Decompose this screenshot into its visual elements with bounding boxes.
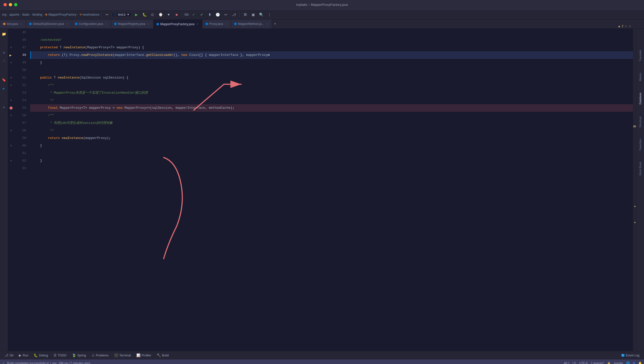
tab-mapperregistry[interactable]: MapperRegistry.java × bbox=[111, 20, 153, 28]
sidebar-translate[interactable]: Translate bbox=[639, 49, 642, 62]
sidebar-structure[interactable]: Structure bbox=[639, 115, 642, 129]
fold-52[interactable]: ▼ bbox=[10, 84, 12, 87]
sidebar-commit-icon[interactable]: ⊙ bbox=[1, 49, 7, 56]
collapse-btn[interactable]: ∧ bbox=[624, 24, 627, 28]
search-btn[interactable]: 🔍 bbox=[258, 11, 265, 18]
close-button[interactable] bbox=[4, 3, 7, 6]
git-tool-btn[interactable]: ⎇ Git bbox=[2, 352, 16, 358]
coverage-button[interactable]: ⊙ bbox=[149, 11, 156, 18]
gutter-51: ▼ bbox=[8, 74, 14, 82]
code-line-52: /** bbox=[30, 82, 633, 89]
minimize-button[interactable] bbox=[9, 3, 12, 6]
breadcrumb-org[interactable]: org bbox=[2, 13, 6, 16]
scissors-icon[interactable]: ✂ bbox=[104, 11, 111, 18]
git-checkmark[interactable]: ✓ bbox=[190, 11, 197, 18]
sidebar-project-icon[interactable]: 📁 bbox=[1, 31, 7, 37]
sidebar-database[interactable]: Database bbox=[639, 92, 642, 105]
debug-tool-btn[interactable]: 🐛 Debug bbox=[31, 352, 50, 358]
breadcrumb-ibatis[interactable]: ibatis bbox=[22, 13, 29, 16]
todo-tool-btn[interactable]: ☰ TODO bbox=[51, 352, 69, 358]
git-rollback[interactable]: ↩ bbox=[222, 11, 229, 18]
layout-btn[interactable]: ▣ bbox=[250, 11, 257, 18]
gutter-49: ▼ bbox=[8, 59, 14, 66]
breakpoint-55[interactable] bbox=[10, 106, 13, 110]
notification-icon: 🔔 bbox=[638, 361, 642, 364]
tab-configuration[interactable]: Configuration.java × bbox=[72, 20, 111, 28]
fold-51[interactable]: ▼ bbox=[10, 77, 12, 79]
sidebar-pull-requests-icon[interactable]: ⑂ bbox=[1, 58, 7, 64]
tab-close[interactable]: × bbox=[147, 22, 150, 26]
git-history[interactable]: 🕐 bbox=[214, 11, 221, 18]
git-push[interactable]: ⬆ bbox=[206, 11, 213, 18]
git-check2[interactable]: ✔ bbox=[198, 11, 205, 18]
tab-dot bbox=[75, 23, 77, 25]
event-log-btn[interactable]: 1 Event Log bbox=[619, 353, 642, 358]
breadcrumb-method[interactable]: ⊕ newInstance bbox=[79, 13, 99, 16]
run-config-icon: ⬡ bbox=[114, 13, 116, 16]
vertical-scrollbar[interactable] bbox=[633, 29, 636, 351]
breadcrumb-apache[interactable]: apache bbox=[9, 13, 19, 16]
tab-close[interactable]: × bbox=[196, 22, 199, 26]
branch-name[interactable]: master bbox=[614, 361, 623, 364]
sidebar-run-debug-icon[interactable]: ▶ bbox=[1, 85, 7, 92]
profiler-tool-btn[interactable]: 📊 Profiler bbox=[134, 352, 154, 358]
settings-btn[interactable]: ⋮ bbox=[266, 11, 273, 18]
gutter-55 bbox=[8, 104, 14, 112]
tab-close[interactable]: × bbox=[104, 22, 108, 26]
spring-tool-btn[interactable]: 🍃 Spring bbox=[69, 352, 89, 358]
run-button[interactable]: ▶ bbox=[133, 11, 140, 18]
tabs-more-button[interactable]: ▼ bbox=[272, 20, 278, 28]
maximize-button[interactable] bbox=[14, 3, 17, 6]
build-tool-btn[interactable]: 🔨 Build bbox=[154, 352, 171, 358]
sidebar-favorites[interactable]: Favorites bbox=[639, 138, 642, 151]
breadcrumb-binding[interactable]: binding bbox=[32, 13, 42, 16]
tab-label: MapperProxyFactory.java bbox=[160, 22, 194, 26]
tab-close[interactable]: × bbox=[19, 22, 23, 26]
git-branch[interactable]: ⎇ bbox=[230, 11, 237, 18]
profile-button[interactable]: ⌚ bbox=[157, 11, 164, 18]
code-line-46: /unchecked/ bbox=[30, 36, 633, 44]
run-tool-btn[interactable]: ▶ Run bbox=[16, 352, 31, 358]
code-line-47: protected T newInstance ( MapperProxy < … bbox=[30, 44, 633, 51]
breadcrumb-class[interactable]: ◉ MapperProxyFactory bbox=[45, 13, 76, 16]
fold-56[interactable]: ▼ bbox=[10, 114, 12, 117]
fold-58[interactable]: ▼ bbox=[10, 129, 12, 132]
build-btn-label: Build bbox=[162, 354, 169, 357]
code-line-54: */ bbox=[30, 97, 633, 104]
line-separator[interactable]: LF bbox=[573, 361, 576, 364]
tab-proxy[interactable]: Proxy.java × bbox=[203, 20, 231, 28]
fold-49[interactable]: ▼ bbox=[10, 61, 12, 64]
code-line-51: public T newInstance ( SqlSession sqlSes… bbox=[30, 74, 633, 82]
tab-close[interactable]: × bbox=[65, 22, 69, 26]
translate-btn[interactable]: ⌘ bbox=[242, 11, 249, 18]
code-line-57: * 利用jdk代理生成对session的代理对象 bbox=[30, 119, 633, 127]
stop-button[interactable]: ■ bbox=[173, 11, 180, 18]
tab-test-java[interactable]: test.java × bbox=[0, 20, 26, 28]
fold-54[interactable]: ▼ bbox=[10, 99, 12, 102]
cursor-position[interactable]: 48:1 bbox=[564, 361, 570, 364]
tab-mapperproxyfactory[interactable]: MapperProxyFactory.java × bbox=[153, 20, 203, 28]
scroll-thumb[interactable] bbox=[633, 125, 636, 127]
ln-45: 45 bbox=[14, 29, 26, 36]
terminal-tool-btn[interactable]: ⬛ Terminal bbox=[112, 352, 133, 358]
tab-mappermethod[interactable]: MapperMethod.ja... × bbox=[231, 20, 272, 28]
gutter-60: ▼ bbox=[8, 142, 14, 150]
debug-button[interactable]: 🐛 bbox=[141, 11, 148, 18]
sidebar-wordbook[interactable]: Word Book bbox=[639, 161, 642, 176]
sidebar-favorites-icon[interactable]: ★ bbox=[1, 104, 7, 110]
expand-btn[interactable]: ∨ bbox=[628, 24, 631, 28]
tab-defaultsqlsession[interactable]: DefaultSqlSession.java × bbox=[26, 20, 72, 28]
tab-close[interactable]: × bbox=[265, 22, 269, 26]
indent[interactable]: 2 spaces* bbox=[591, 361, 604, 364]
tab-close[interactable]: × bbox=[224, 22, 228, 26]
fold-60[interactable]: ▼ bbox=[10, 144, 12, 147]
problems-tool-btn[interactable]: ⚠ Problems bbox=[89, 352, 111, 358]
encoding[interactable]: UTF-8 bbox=[579, 361, 588, 364]
sidebar-bookmarks-icon[interactable]: 🔖 bbox=[1, 77, 7, 83]
run-config-selector[interactable]: ⬡ test.b ▼ bbox=[112, 12, 132, 17]
sidebar-maven[interactable]: Maven bbox=[639, 72, 642, 82]
fold-62[interactable]: ▼ bbox=[10, 160, 12, 162]
fold-47[interactable]: ▼ bbox=[10, 46, 12, 49]
tab-dot bbox=[234, 23, 237, 25]
dropdown-run-button[interactable]: ▼ bbox=[165, 11, 172, 18]
